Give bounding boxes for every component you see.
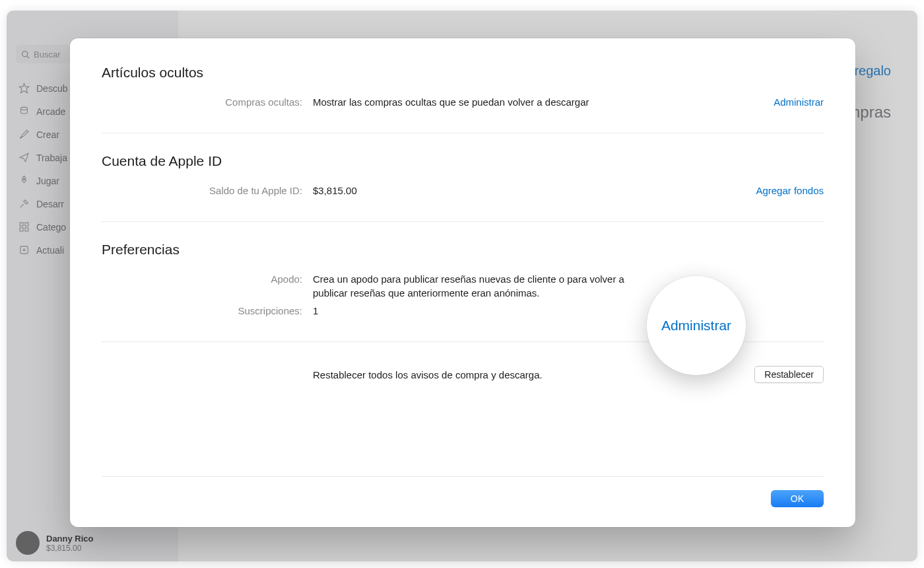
account-settings-modal: Artículos ocultos Compras ocultas: Mostr… [70, 38, 855, 527]
hidden-items-title: Artículos ocultos [102, 65, 824, 81]
ok-button[interactable]: OK [771, 490, 824, 507]
sidebar-item-label: Arcade [36, 106, 65, 117]
user-profile[interactable]: Danny Rico $3,815.00 [16, 531, 94, 555]
download-icon [18, 244, 30, 256]
hidden-purchases-description: Mostrar las compras ocultas que se pueda… [313, 95, 774, 109]
hammer-icon [18, 198, 30, 209]
apple-id-balance-row: Saldo de tu Apple ID: $3,815.00 Agregar … [102, 184, 824, 197]
subscriptions-value: 1 [313, 304, 824, 318]
gift-link[interactable]: regalo [854, 63, 891, 79]
svg-marker-2 [19, 83, 28, 92]
svg-rect-7 [20, 228, 23, 231]
reset-spacer [102, 374, 313, 375]
hidden-purchases-label: Compras ocultas: [102, 95, 313, 108]
sidebar-item-label: Trabaja [36, 153, 67, 163]
svg-rect-8 [25, 228, 28, 231]
nickname-description: Crea un apodo para publicar reseñas nuev… [313, 272, 649, 300]
hidden-purchases-row: Compras ocultas: Mostrar las compras ocu… [102, 95, 824, 109]
brush-icon [18, 129, 30, 140]
hidden-items-section: Artículos ocultos Compras ocultas: Mostr… [102, 65, 824, 133]
user-balance: $3,815.00 [46, 544, 94, 553]
svg-point-3 [21, 107, 28, 110]
sidebar-item-label: Crear [36, 129, 59, 140]
send-icon [18, 152, 30, 163]
nickname-label: Apodo: [102, 272, 313, 285]
manage-subscriptions-link[interactable]: Administrar [661, 318, 731, 334]
sidebar-item-label: Jugar [36, 176, 59, 186]
svg-line-1 [27, 55, 29, 57]
modal-footer: OK [102, 476, 824, 507]
user-name: Danny Rico [46, 534, 94, 544]
rocket-icon [18, 175, 30, 186]
svg-rect-6 [25, 223, 28, 226]
sidebar-item-label: Desarr [36, 199, 64, 209]
apple-id-title: Cuenta de Apple ID [102, 153, 824, 169]
avatar [16, 531, 40, 555]
user-info: Danny Rico $3,815.00 [46, 534, 94, 553]
reset-button[interactable]: Restablecer [754, 366, 824, 383]
sidebar-item-label: Catego [36, 222, 66, 232]
apple-id-section: Cuenta de Apple ID Saldo de tu Apple ID:… [102, 133, 824, 221]
apple-id-balance-value: $3,815.00 [313, 184, 756, 197]
subscriptions-label: Suscripciones: [102, 304, 313, 316]
sidebar-item-label: Actuali [36, 245, 64, 256]
svg-rect-5 [20, 223, 23, 226]
manage-subscriptions-highlight[interactable]: Administrar [647, 276, 746, 375]
preferences-title: Preferencias [102, 242, 824, 258]
sidebar-item-label: Descub [36, 83, 67, 94]
manage-hidden-purchases-link[interactable]: Administrar [774, 95, 824, 108]
apple-id-balance-label: Saldo de tu Apple ID: [102, 184, 313, 196]
search-placeholder: Buscar [34, 50, 60, 59]
add-funds-link[interactable]: Agregar fondos [756, 184, 824, 196]
app-root: Buscar Descub Arcade Crear Trabaja [0, 0, 924, 568]
svg-point-4 [23, 178, 24, 180]
svg-point-0 [22, 51, 28, 56]
search-icon [21, 50, 30, 59]
arcade-icon [18, 106, 30, 117]
grid-icon [18, 221, 30, 232]
star-icon [18, 83, 30, 94]
